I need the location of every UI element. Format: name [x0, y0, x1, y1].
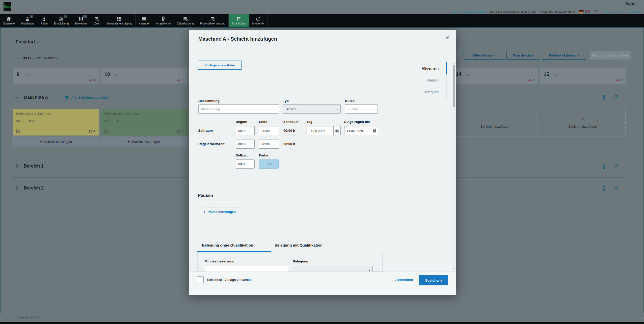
- typ-select[interactable]: Schicht▾: [283, 104, 341, 114]
- tag-date-field[interactable]: 14.06.2025: [307, 126, 341, 135]
- close-icon[interactable]: ×: [445, 34, 449, 41]
- zeitraum-dauer-value: 00:00 h: [283, 129, 295, 132]
- add-pause-button[interactable]: +Pause hinzufügen: [198, 207, 241, 216]
- eingetragen-bis-label: Eingetragen bis: [344, 120, 370, 124]
- scroll-up-icon[interactable]: ▲: [452, 62, 455, 64]
- regel-ende-input[interactable]: [259, 140, 279, 149]
- tag-label: Tag: [307, 120, 312, 124]
- zeitdauer-label: Zeitdauer: [283, 120, 299, 124]
- template-checkbox-label: Schicht als Vorlage verwenden: [207, 278, 254, 282]
- kuerzel-input[interactable]: [345, 104, 378, 114]
- select-template-button[interactable]: Vorlage auswählen: [198, 61, 242, 70]
- sollzeit-label: Sollzeit: [236, 153, 248, 157]
- sollzeit-input[interactable]: [236, 159, 255, 169]
- pausen-heading: Pausen: [198, 193, 213, 198]
- typ-label: Typ: [283, 99, 289, 103]
- modal-nav-active-bar: [446, 62, 447, 74]
- plus-icon: +: [203, 210, 206, 214]
- zeitraum-ende-input[interactable]: [259, 126, 279, 135]
- bezeichnung-label: Bezeichnung: [198, 99, 220, 103]
- modal-nav: Allgemein Pausen Belegung: [422, 66, 439, 102]
- mindestbesetzung-label: Mindestbesetzung: [205, 259, 234, 263]
- caret-down-icon: ▾: [337, 108, 338, 111]
- modal-nav-belegung[interactable]: Belegung: [422, 90, 439, 94]
- scroll-down-icon[interactable]: ▼: [452, 268, 455, 270]
- belegung-label: Belegung: [293, 259, 308, 263]
- zeitraum-beginn-input[interactable]: [236, 126, 255, 135]
- add-shift-modal: Maschine A - Schicht hinzufügen × Vorlag…: [189, 30, 456, 295]
- modal-nav-pausen[interactable]: Pausen: [422, 78, 439, 82]
- modal-footer: Schicht als Vorlage verwenden Abbrechen …: [189, 272, 456, 295]
- scrollbar-thumb[interactable]: [453, 65, 455, 107]
- calendar-picker-icon[interactable]: [371, 126, 378, 135]
- farbe-swatch[interactable]: Text: [259, 159, 279, 169]
- tab-belegung-ohne-qualifikation[interactable]: Belegung ohne Qualifikation: [202, 243, 253, 247]
- modal-nav-allgemein[interactable]: Allgemein: [422, 66, 439, 70]
- regel-beginn-input[interactable]: [236, 140, 255, 149]
- ende-label: Ende: [259, 120, 267, 124]
- template-checkbox[interactable]: [197, 276, 204, 283]
- zeitraum-label: Zeitraum: [198, 129, 213, 132]
- divider: [198, 201, 384, 201]
- modal-scrollbar[interactable]: ▲ ▼: [452, 62, 455, 271]
- regel-dauer-value: 00:00 h: [283, 142, 295, 146]
- regelarbeitszeit-label: Regelarbeitszeit: [198, 142, 225, 146]
- modal-title: Maschine A - Schicht hinzufügen: [198, 36, 277, 42]
- cancel-button[interactable]: Abbrechen: [395, 278, 413, 282]
- divider: [189, 48, 456, 48]
- tab-belegung-mit-qualifikation[interactable]: Belegung mit Qualifikation: [275, 243, 323, 247]
- beginn-label: Beginn: [236, 120, 247, 124]
- calendar-picker-icon[interactable]: [333, 126, 340, 135]
- farbe-label: Farbe: [259, 153, 268, 157]
- bezeichnung-input[interactable]: [198, 104, 279, 114]
- eingetragen-bis-date-field[interactable]: 14.06.2025: [344, 126, 378, 135]
- save-button[interactable]: Speichern: [419, 275, 448, 285]
- kuerzel-label: Kürzel: [345, 99, 355, 103]
